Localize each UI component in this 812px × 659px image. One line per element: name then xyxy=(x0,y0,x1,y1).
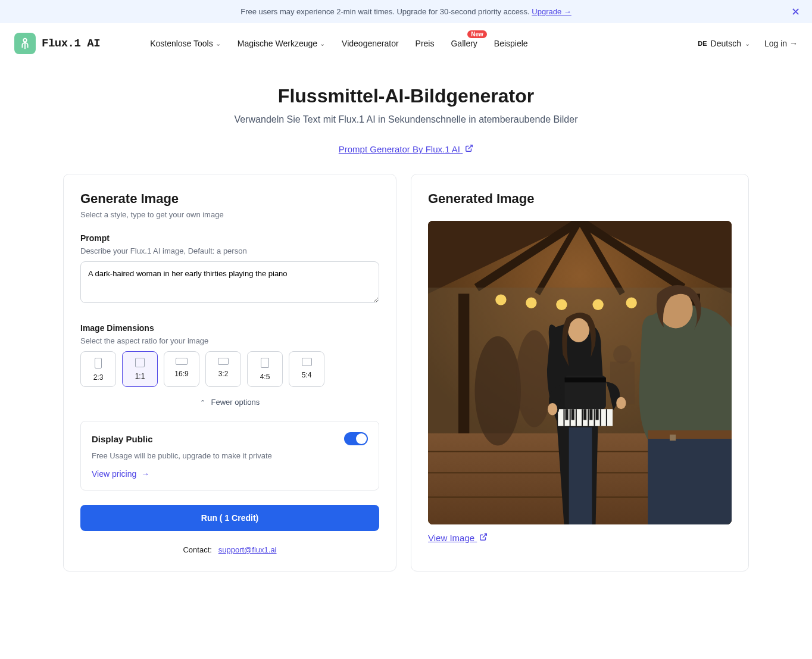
ratio-label: 5:4 xyxy=(302,371,312,379)
logo-text: Flux.1 AI xyxy=(42,37,100,50)
dimensions-hint: Select the aspect ratio for your image xyxy=(80,336,379,345)
nav: Kostenlose Tools ⌄ Magische Werkzeuge ⌄ … xyxy=(150,39,528,48)
prompt-generator-link[interactable]: Prompt Generator By Flux.1 AI xyxy=(339,144,473,154)
svg-rect-27 xyxy=(565,377,606,382)
language-selector[interactable]: DE Deutsch ⌄ xyxy=(698,39,750,48)
svg-rect-40 xyxy=(589,409,592,420)
close-icon[interactable]: ✕ xyxy=(791,5,800,18)
ratio-label: 1:1 xyxy=(135,372,145,380)
new-badge: New xyxy=(467,30,487,38)
ratio-preview-icon xyxy=(95,358,102,368)
display-public-toggle[interactable] xyxy=(344,432,368,445)
contact: Contact: support@flux1.ai xyxy=(80,545,379,554)
output-title: Generated Image xyxy=(428,191,732,207)
ratio-preview-icon xyxy=(218,358,229,365)
nav-price[interactable]: Preis xyxy=(416,39,435,48)
svg-point-22 xyxy=(516,330,552,427)
svg-rect-38 xyxy=(571,409,574,420)
panels: Generate Image Select a style, type to g… xyxy=(63,174,749,571)
chevron-up-icon: ⌃ xyxy=(200,399,205,406)
aspect-ratio-4-5[interactable]: 4:5 xyxy=(247,351,283,387)
fewer-options-toggle[interactable]: ⌃ Fewer options xyxy=(80,398,379,407)
generate-panel: Generate Image Select a style, type to g… xyxy=(63,174,396,571)
chevron-down-icon: ⌄ xyxy=(745,40,750,48)
display-public-title: Display Public xyxy=(92,434,153,444)
page-subtitle: Verwandeln Sie Text mit Flux.1 AI in Sek… xyxy=(63,114,749,125)
logo-icon xyxy=(14,33,36,54)
svg-point-23 xyxy=(613,345,632,364)
external-link-icon xyxy=(465,144,473,154)
svg-point-11 xyxy=(556,299,567,310)
nav-magic[interactable]: Magische Werkzeuge ⌄ xyxy=(238,39,325,48)
svg-point-9 xyxy=(495,294,506,305)
aspect-ratio-5-4[interactable]: 5:4 xyxy=(289,351,324,387)
view-pricing-link[interactable]: View pricing → xyxy=(92,469,149,479)
chevron-down-icon: ⌄ xyxy=(320,40,325,48)
svg-rect-39 xyxy=(583,409,586,420)
run-button[interactable]: Run ( 1 Credit) xyxy=(80,505,379,531)
aspect-ratio-group: 2:31:116:93:24:55:4 xyxy=(80,351,379,387)
lang-code: DE xyxy=(698,40,707,47)
ratio-preview-icon xyxy=(135,358,145,367)
lang-label: Deutsch xyxy=(711,39,741,48)
svg-rect-48 xyxy=(670,435,676,441)
prompt-label: Prompt xyxy=(80,233,379,243)
nav-tools[interactable]: Kostenlose Tools ⌄ xyxy=(150,39,221,48)
ratio-label: 2:3 xyxy=(93,373,104,382)
svg-line-49 xyxy=(483,534,486,538)
ratio-preview-icon xyxy=(176,358,188,365)
nav-video[interactable]: Videogenerator xyxy=(342,39,398,48)
generate-desc: Select a style, type to get your own ima… xyxy=(80,210,379,219)
svg-rect-46 xyxy=(648,433,732,524)
svg-rect-15 xyxy=(458,293,469,433)
view-image-link[interactable]: View Image xyxy=(428,533,488,543)
aspect-ratio-1-1[interactable]: 1:1 xyxy=(122,351,158,387)
nav-examples[interactable]: Beispiele xyxy=(494,39,528,48)
dimensions-label: Image Dimensions xyxy=(80,323,379,333)
logo[interactable]: Flux.1 AI xyxy=(14,33,100,54)
page-title: Flussmittel-AI-Bildgenerator xyxy=(63,85,749,107)
output-panel: Generated Image xyxy=(411,174,749,571)
ratio-label: 16:9 xyxy=(174,370,188,378)
ratio-preview-icon xyxy=(302,358,312,366)
generate-title: Generate Image xyxy=(80,191,379,207)
ratio-label: 3:2 xyxy=(218,370,229,378)
svg-rect-37 xyxy=(566,409,569,420)
generated-image xyxy=(428,221,732,524)
arrow-right-icon: → xyxy=(141,469,149,479)
svg-point-43 xyxy=(548,403,557,415)
login-button[interactable]: Log in → xyxy=(764,39,798,48)
ratio-preview-icon xyxy=(261,358,269,368)
contact-label: Contact: xyxy=(183,545,211,554)
aspect-ratio-3-2[interactable]: 3:2 xyxy=(205,351,241,387)
display-public-text: Free Usage will be public, upgrade to ma… xyxy=(92,451,368,460)
svg-rect-44 xyxy=(569,427,592,524)
display-public-box: Display Public Free Usage will be public… xyxy=(80,421,379,491)
contact-email[interactable]: support@flux1.ai xyxy=(218,545,277,554)
prompt-hint: Describe your Flux.1 AI image, Default: … xyxy=(80,246,379,255)
header: Flux.1 AI Kostenlose Tools ⌄ Magische We… xyxy=(0,23,812,64)
announcement-banner: Free users may experience 2-min wait tim… xyxy=(0,0,812,23)
external-link-icon xyxy=(479,533,488,543)
header-right: DE Deutsch ⌄ Log in → xyxy=(698,39,798,48)
upgrade-link[interactable]: Upgrade → xyxy=(532,7,571,16)
aspect-ratio-16-9[interactable]: 16:9 xyxy=(164,351,199,387)
prompt-input[interactable]: A dark-haired woman in her early thirtie… xyxy=(80,261,379,303)
aspect-ratio-2-3[interactable]: 2:3 xyxy=(80,351,116,387)
nav-gallery[interactable]: Gallery New xyxy=(451,39,477,48)
main: Flussmittel-AI-Bildgenerator Verwandeln … xyxy=(49,64,763,593)
svg-point-12 xyxy=(592,299,603,310)
svg-point-42 xyxy=(616,397,626,409)
svg-rect-41 xyxy=(596,409,599,420)
banner-text: Free users may experience 2-min wait tim… xyxy=(241,7,532,16)
prompt-generator-link-wrapper: Prompt Generator By Flux.1 AI xyxy=(63,144,749,155)
svg-point-21 xyxy=(475,336,521,446)
svg-point-10 xyxy=(526,298,536,308)
chevron-down-icon: ⌄ xyxy=(216,40,221,48)
ratio-label: 4:5 xyxy=(260,373,270,381)
svg-point-13 xyxy=(626,298,637,308)
svg-rect-47 xyxy=(648,430,732,439)
svg-line-0 xyxy=(469,145,472,149)
toggle-knob xyxy=(356,433,367,444)
